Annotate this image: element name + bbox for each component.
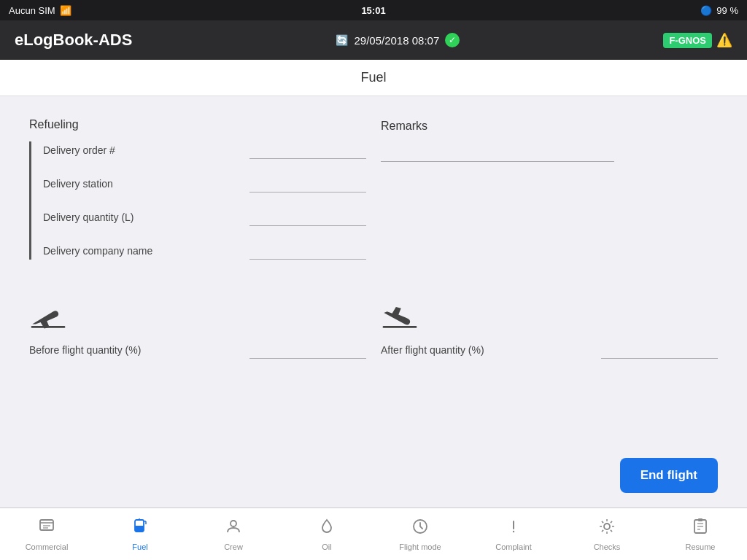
nav-item-complaint[interactable]: Complaint bbox=[467, 518, 560, 551]
takeoff-icon bbox=[29, 305, 67, 334]
delivery-company-input[interactable] bbox=[249, 242, 366, 260]
warning-icon: ⚠️ bbox=[716, 32, 732, 48]
commercial-nav-label: Commercial bbox=[26, 542, 69, 551]
after-flight-input[interactable] bbox=[601, 341, 718, 359]
svg-rect-0 bbox=[31, 326, 66, 328]
delivery-station-label: Delivery station bbox=[43, 178, 249, 190]
after-flight-row: After flight quantity (%) bbox=[381, 341, 718, 359]
nav-item-fuel[interactable]: Fuel bbox=[93, 518, 187, 551]
user-badge: F-GNOS bbox=[663, 33, 712, 48]
status-bar: Aucun SIM 📶 15:01 🔵 99 % bbox=[0, 0, 747, 20]
svg-line-23 bbox=[602, 529, 603, 531]
nav-item-commercial[interactable]: Commercial bbox=[0, 518, 93, 551]
delivery-station-input[interactable] bbox=[249, 175, 366, 192]
commercial-icon bbox=[38, 518, 55, 540]
flight-quantities: Before flight quantity (%) After flight … bbox=[29, 305, 718, 359]
page-title: Fuel bbox=[360, 70, 386, 85]
nav-item-resume[interactable]: Resume bbox=[654, 518, 747, 551]
before-flight-row: Before flight quantity (%) bbox=[29, 341, 366, 359]
delivery-company-label: Delivery company name bbox=[43, 245, 249, 257]
svg-rect-1 bbox=[383, 326, 417, 328]
svg-line-22 bbox=[611, 521, 612, 522]
refueling-section: Refueling Delivery order # Delivery stat… bbox=[29, 118, 366, 276]
fuel-icon bbox=[131, 518, 149, 540]
page-title-bar: Fuel bbox=[0, 60, 747, 96]
svg-point-11 bbox=[231, 521, 236, 526]
wifi-icon: 📶 bbox=[60, 5, 71, 16]
flight-mode-icon bbox=[411, 518, 429, 540]
crew-icon bbox=[225, 518, 242, 540]
delivery-quantity-row: Delivery quantity (L) bbox=[43, 209, 366, 226]
status-right: 🔵 99 % bbox=[700, 5, 738, 16]
content-grid: Refueling Delivery order # Delivery stat… bbox=[29, 118, 718, 276]
crew-nav-label: Crew bbox=[224, 542, 243, 551]
after-flight-label: After flight quantity (%) bbox=[381, 344, 484, 356]
svg-line-20 bbox=[602, 521, 603, 522]
refueling-label: Refueling bbox=[29, 118, 366, 131]
remarks-input[interactable] bbox=[381, 144, 614, 162]
checks-nav-label: Checks bbox=[594, 542, 621, 551]
app-header: eLogBook-ADS 🔄 29/05/2018 08:07 ✓ F-GNOS… bbox=[0, 20, 747, 60]
complaint-nav-label: Complaint bbox=[495, 542, 532, 551]
nav-item-crew[interactable]: Crew bbox=[187, 518, 280, 551]
battery-label: 99 % bbox=[716, 5, 738, 16]
svg-point-14 bbox=[513, 530, 514, 532]
before-flight-label: Before flight quantity (%) bbox=[29, 344, 141, 356]
main-content: Refueling Delivery order # Delivery stat… bbox=[0, 96, 747, 508]
checks-icon bbox=[598, 518, 616, 540]
svg-line-21 bbox=[611, 529, 612, 531]
remarks-section: Remarks bbox=[381, 118, 718, 276]
flight-mode-nav-label: Flight mode bbox=[399, 542, 441, 551]
oil-nav-label: Oil bbox=[322, 542, 331, 551]
nav-item-flight-mode[interactable]: Flight mode bbox=[374, 518, 467, 551]
svg-rect-28 bbox=[698, 518, 703, 521]
header-datetime: 29/05/2018 08:07 bbox=[354, 34, 439, 47]
after-flight-block: After flight quantity (%) bbox=[381, 305, 718, 359]
svg-rect-7 bbox=[135, 526, 144, 532]
delivery-order-label: Delivery order # bbox=[43, 144, 249, 156]
svg-point-15 bbox=[604, 524, 610, 529]
fuel-nav-label: Fuel bbox=[132, 542, 147, 551]
resume-icon bbox=[692, 518, 709, 540]
delivery-quantity-input[interactable] bbox=[249, 209, 366, 226]
remarks-label: Remarks bbox=[381, 120, 718, 133]
nav-item-oil[interactable]: Oil bbox=[280, 518, 374, 551]
bluetooth-icon: 🔵 bbox=[700, 5, 712, 16]
svg-rect-2 bbox=[40, 520, 53, 530]
header-right: F-GNOS ⚠️ bbox=[663, 32, 732, 48]
before-flight-input[interactable] bbox=[249, 341, 366, 359]
app-title: eLogBook-ADS bbox=[15, 31, 132, 50]
check-circle-icon: ✓ bbox=[445, 33, 460, 47]
status-time: 15:01 bbox=[361, 5, 385, 16]
end-flight-button[interactable]: End flight bbox=[620, 458, 718, 493]
delivery-quantity-label: Delivery quantity (L) bbox=[43, 211, 249, 223]
delivery-station-row: Delivery station bbox=[43, 175, 366, 192]
status-left: Aucun SIM 📶 bbox=[9, 5, 71, 16]
header-center: 🔄 29/05/2018 08:07 ✓ bbox=[336, 33, 460, 47]
before-flight-block: Before flight quantity (%) bbox=[29, 305, 366, 359]
sync-icon: 🔄 bbox=[336, 34, 348, 46]
nav-item-checks[interactable]: Checks bbox=[560, 518, 654, 551]
resume-nav-label: Resume bbox=[686, 542, 716, 551]
landing-icon bbox=[381, 305, 419, 334]
delivery-order-row: Delivery order # bbox=[43, 141, 366, 159]
refueling-block: Delivery order # Delivery station Delive… bbox=[29, 141, 366, 260]
carrier-label: Aucun SIM bbox=[9, 5, 55, 16]
delivery-company-row: Delivery company name bbox=[43, 242, 366, 260]
delivery-order-input[interactable] bbox=[249, 141, 366, 159]
oil-icon bbox=[318, 518, 336, 540]
complaint-icon bbox=[505, 518, 522, 540]
bottom-nav: Commercial Fuel Crew Oil Flight mode Com… bbox=[0, 508, 747, 560]
